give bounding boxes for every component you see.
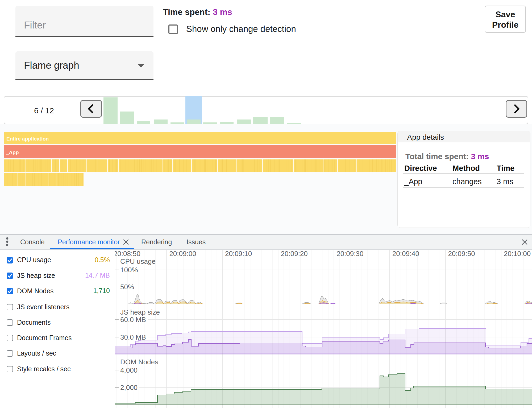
svg-text:50%: 50%	[120, 283, 134, 291]
svg-text:20:09:00: 20:09:00	[169, 250, 196, 258]
svg-text:20:09:10: 20:09:10	[225, 250, 252, 258]
svg-text:20:10:00: 20:10:00	[504, 250, 531, 258]
svg-text:CPU usage: CPU usage	[120, 257, 156, 265]
svg-text:4,000: 4,000	[120, 366, 138, 374]
svg-text:100%: 100%	[120, 266, 138, 274]
svg-text:20:09:40: 20:09:40	[392, 250, 419, 258]
svg-text:20:08:50: 20:08:50	[115, 250, 140, 258]
svg-text:20:09:20: 20:09:20	[281, 250, 308, 258]
svg-text:DOM Nodes: DOM Nodes	[120, 358, 158, 366]
svg-text:60.0 MB: 60.0 MB	[120, 316, 146, 324]
svg-text:20:09:50: 20:09:50	[448, 250, 475, 258]
svg-text:2,000: 2,000	[120, 384, 138, 391]
svg-text:20:09:30: 20:09:30	[336, 250, 363, 258]
svg-text:JS heap size: JS heap size	[120, 308, 160, 316]
